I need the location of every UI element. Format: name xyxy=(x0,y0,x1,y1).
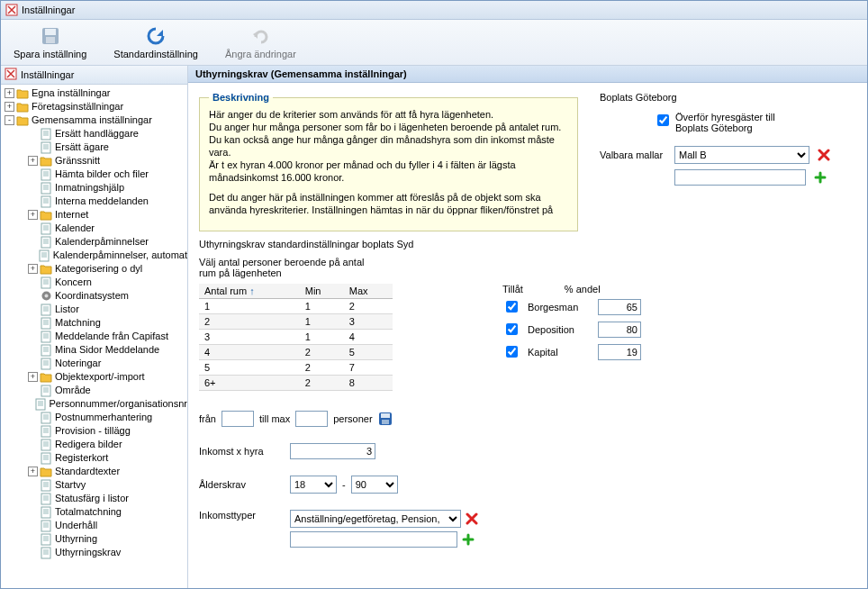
expand-icon[interactable]: - xyxy=(5,115,14,125)
tree-label: Område xyxy=(55,384,91,397)
add-icon[interactable] xyxy=(461,532,475,547)
tree-item[interactable]: Hämta bilder och filer xyxy=(1,168,187,181)
folder-icon xyxy=(40,371,52,384)
tree-item[interactable]: +Gränssnitt xyxy=(1,154,187,168)
page-icon xyxy=(40,385,52,397)
table-row[interactable]: 6+28 xyxy=(199,376,393,391)
vm-new-input[interactable] xyxy=(674,169,806,186)
age-to-select[interactable]: 90 xyxy=(351,476,398,494)
tree-label: Statusfärg i listor xyxy=(55,492,129,505)
tree-item[interactable]: Statusfärg i listor xyxy=(1,492,187,505)
tree-item[interactable]: Postnummerhantering xyxy=(1,411,187,424)
expand-icon[interactable]: + xyxy=(28,210,38,220)
range-tomax-input[interactable] xyxy=(295,411,328,427)
expand-icon[interactable]: + xyxy=(28,467,38,476)
tree-item[interactable]: Interna meddelanden xyxy=(1,195,187,208)
page-icon xyxy=(40,222,52,235)
svg-rect-11 xyxy=(41,237,50,248)
tree-item[interactable]: Kalenderpåminnelser, automat xyxy=(1,249,187,262)
tillat-checkbox[interactable] xyxy=(506,301,518,313)
rooms-grid[interactable]: Antal rum ↑ Min Max 1122133144255276+28 xyxy=(199,284,393,391)
window-title: Inställningar xyxy=(22,5,75,15)
tree-label: Hämta bilder och filer xyxy=(55,168,149,181)
tree[interactable]: +Egna inställningar+Företagsinställninga… xyxy=(1,85,187,561)
cell-max: 2 xyxy=(344,299,393,314)
tree-item[interactable]: +Internet xyxy=(1,208,187,222)
tillat-checkbox[interactable] xyxy=(506,346,518,358)
save-range-icon[interactable] xyxy=(378,412,393,426)
tree-group[interactable]: +Egna inställningar xyxy=(1,86,187,100)
tree-item[interactable]: Ersätt ägare xyxy=(1,140,187,154)
tree-item[interactable]: +Objektexport/-import xyxy=(1,370,187,384)
col-max[interactable]: Max xyxy=(344,284,393,299)
tree-label: Ersätt handläggare xyxy=(55,127,139,140)
refresh-icon xyxy=(145,25,167,47)
tree-item[interactable]: Redigera bilder xyxy=(1,438,187,451)
inctype-select[interactable]: Anställning/egetföretag, Pension, xyxy=(290,510,461,528)
tree-item[interactable]: Mina Sidor Meddelande xyxy=(1,343,187,357)
table-row[interactable]: 314 xyxy=(199,330,393,345)
cell-max: 5 xyxy=(344,345,393,360)
income-input[interactable] xyxy=(290,443,375,459)
svg-rect-21 xyxy=(41,385,50,396)
tree-item[interactable]: Startvy xyxy=(1,478,187,492)
tillat-head: Tillåt xyxy=(502,284,523,294)
cell-max: 4 xyxy=(344,330,393,345)
vm-add-icon[interactable] xyxy=(813,170,827,185)
delete-icon[interactable] xyxy=(465,512,479,526)
tree-item[interactable]: Kalender xyxy=(1,222,187,235)
tree-item[interactable]: +Kategorisering o dyl xyxy=(1,262,187,276)
tree-group[interactable]: +Företagsinställningar xyxy=(1,100,187,113)
tree-item[interactable]: Totalmatchning xyxy=(1,505,187,519)
col-rooms[interactable]: Antal rum ↑ xyxy=(199,284,300,299)
tree-item[interactable]: Matchning xyxy=(1,316,187,330)
age-from-select[interactable]: 18 xyxy=(290,476,337,494)
tree-label: Kalender xyxy=(55,222,95,235)
expand-icon[interactable]: + xyxy=(5,102,14,112)
expand-icon[interactable]: + xyxy=(28,264,38,274)
tree-label: Noteringar xyxy=(55,357,101,370)
col-min[interactable]: Min xyxy=(300,284,344,299)
tree-group[interactable]: -Gemensamma inställningar xyxy=(1,113,187,127)
table-row[interactable]: 527 xyxy=(199,360,393,376)
toolbar-save[interactable]: Spara inställning xyxy=(10,23,90,61)
page-icon xyxy=(40,236,52,249)
tree-item[interactable]: Meddelande från Capifast xyxy=(1,330,187,343)
range-from-input[interactable] xyxy=(222,411,254,427)
tree-item[interactable]: Listor xyxy=(1,303,187,316)
tree-item[interactable]: Uthyrningskrav xyxy=(1,546,187,559)
table-row[interactable]: 425 xyxy=(199,345,393,360)
tree-item[interactable]: Område xyxy=(1,384,187,397)
table-row[interactable]: 213 xyxy=(199,314,393,330)
page-icon xyxy=(40,412,52,424)
tree-item[interactable]: Noteringar xyxy=(1,357,187,370)
expand-icon[interactable]: + xyxy=(5,88,14,98)
svg-rect-29 xyxy=(41,507,50,518)
tree-item[interactable]: Inmatningshjälp xyxy=(1,181,187,195)
sidebar-header-label: Inställningar xyxy=(21,69,74,80)
tree-item[interactable]: +Standardtexter xyxy=(1,465,187,478)
tree-item[interactable]: Personnummer/organisationsnr xyxy=(1,397,187,411)
page-icon xyxy=(40,276,52,289)
tree-item[interactable]: Ersätt handläggare xyxy=(1,127,187,140)
vm-delete-icon[interactable] xyxy=(817,148,831,162)
tree-item[interactable]: Registerkort xyxy=(1,451,187,465)
svg-rect-20 xyxy=(41,358,50,369)
expand-icon[interactable]: + xyxy=(28,156,38,166)
svg-rect-18 xyxy=(41,331,50,342)
tree-item[interactable]: Koordinatsystem xyxy=(1,289,187,303)
tree-item[interactable]: Koncern xyxy=(1,276,187,289)
tillat-label: Kapital xyxy=(528,347,591,358)
expand-icon[interactable]: + xyxy=(28,372,38,382)
toolbar-default[interactable]: Standardinställning xyxy=(110,23,202,61)
tree-item[interactable]: Uthyrning xyxy=(1,532,187,546)
table-row[interactable]: 112 xyxy=(199,299,393,314)
cell-rooms: 5 xyxy=(199,360,300,376)
inctype-new-input[interactable] xyxy=(290,531,457,548)
tillat-checkbox[interactable] xyxy=(506,323,518,335)
tree-item[interactable]: Provision - tillägg xyxy=(1,424,187,438)
transfer-checkbox[interactable] xyxy=(657,114,669,126)
tree-item[interactable]: Kalenderpåminnelser xyxy=(1,235,187,249)
vm-select[interactable]: Mall B xyxy=(674,146,809,164)
tree-item[interactable]: Underhåll xyxy=(1,519,187,532)
